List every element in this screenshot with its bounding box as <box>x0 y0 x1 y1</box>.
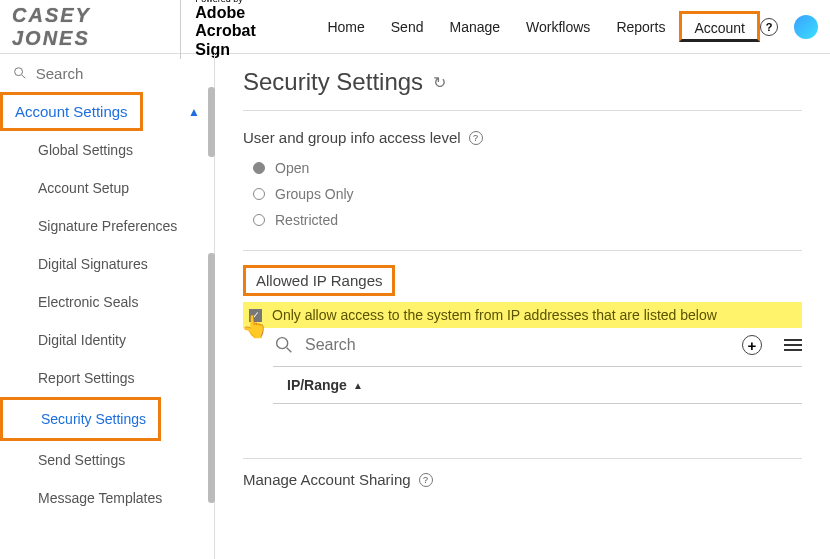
scrollbar-thumb[interactable] <box>208 253 215 503</box>
page-title: Security Settings <box>243 68 423 96</box>
radio-groups-only[interactable]: Groups Only <box>253 186 802 202</box>
sidebar-item-global-settings[interactable]: Global Settings <box>0 131 214 169</box>
help-icon[interactable]: ? <box>419 473 433 487</box>
radio-dot-icon <box>253 162 265 174</box>
help-icon[interactable]: ? <box>469 131 483 145</box>
sidebar-item-security-settings[interactable]: Security Settings <box>0 397 161 441</box>
svg-line-1 <box>22 75 25 78</box>
radio-dot-icon <box>253 188 265 200</box>
search-icon <box>273 334 295 356</box>
sort-asc-icon: ▲ <box>353 380 363 391</box>
section-user-group-access-label: User and group info access level <box>243 129 461 146</box>
section-manage-account-sharing-label: Manage Account Sharing <box>243 471 411 488</box>
radio-open-label: Open <box>275 160 309 176</box>
ip-search-input[interactable] <box>305 336 732 354</box>
sidebar-item-account-setup[interactable]: Account Setup <box>0 169 214 207</box>
brand-logo-text: CASEY JONES <box>12 4 180 50</box>
sidebar-item-digital-signatures[interactable]: Digital Signatures <box>0 245 214 283</box>
sidebar: Account Settings ▲ Global Settings Accou… <box>0 54 215 559</box>
sidebar-item-electronic-seals[interactable]: Electronic Seals <box>0 283 214 321</box>
checkbox-allow-ip-label: Only allow access to the system from IP … <box>272 307 717 323</box>
nav-reports[interactable]: Reports <box>604 13 677 41</box>
nav-account[interactable]: Account <box>679 11 760 42</box>
sidebar-search-input[interactable] <box>36 65 202 82</box>
brand-adobe: Adobe <box>195 4 285 22</box>
sidebar-item-send-settings[interactable]: Send Settings <box>0 441 214 479</box>
refresh-icon[interactable]: ↻ <box>433 73 446 92</box>
section-allowed-ip-ranges-label: Allowed IP Ranges <box>243 265 395 296</box>
nav-manage[interactable]: Manage <box>437 13 512 41</box>
radio-dot-icon <box>253 214 265 226</box>
sidebar-item-message-templates[interactable]: Message Templates <box>0 479 214 517</box>
nav-send[interactable]: Send <box>379 13 436 41</box>
svg-point-2 <box>277 338 288 349</box>
sidebar-item-digital-identity[interactable]: Digital Identity <box>0 321 214 359</box>
sidebar-item-report-settings[interactable]: Report Settings <box>0 359 214 397</box>
menu-icon[interactable] <box>784 339 802 351</box>
svg-line-3 <box>287 348 292 353</box>
nav-home[interactable]: Home <box>315 13 376 41</box>
sidebar-item-signature-preferences[interactable]: Signature Preferences <box>0 207 214 245</box>
sidebar-panel-account-settings[interactable]: Account Settings <box>0 92 143 131</box>
main-content: Security Settings ↻ User and group info … <box>215 54 830 559</box>
powered-by-block: Powered by Adobe Acrobat Sign <box>180 0 285 59</box>
radio-restricted-label: Restricted <box>275 212 338 228</box>
help-icon[interactable]: ? <box>760 18 778 36</box>
add-ip-button[interactable]: + <box>742 335 762 355</box>
table-header-ip-range[interactable]: IP/Range <box>287 377 347 393</box>
cursor-pointer-icon: 👆 <box>241 314 268 340</box>
radio-restricted[interactable]: Restricted <box>253 212 802 228</box>
radio-groups-label: Groups Only <box>275 186 354 202</box>
avatar[interactable] <box>794 15 818 39</box>
radio-open[interactable]: Open <box>253 160 802 176</box>
search-icon <box>12 64 28 82</box>
top-nav: Home Send Manage Workflows Reports Accou… <box>315 11 760 42</box>
svg-point-0 <box>15 68 23 76</box>
nav-workflows[interactable]: Workflows <box>514 13 602 41</box>
